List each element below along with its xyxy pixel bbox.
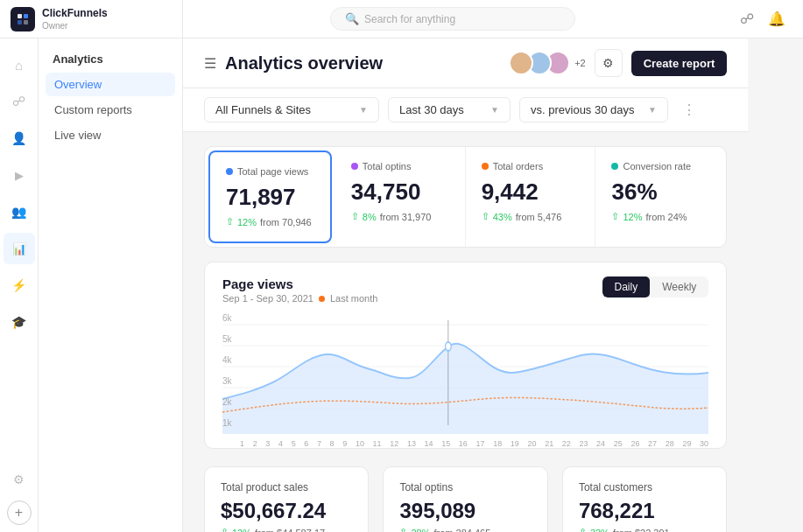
sidebar-item-overview[interactable]: Overview bbox=[46, 73, 175, 96]
x-label: 26 bbox=[630, 439, 639, 448]
search-icon: 🔍 bbox=[345, 12, 359, 25]
chart-area: 6k 5k 4k 3k 2k 1k 1 2 3 4 5 6 bbox=[222, 307, 708, 434]
stat-label: Total optins bbox=[351, 161, 449, 172]
sidebar-icon-add[interactable]: + bbox=[7, 500, 32, 525]
main-header: ☰ Analytics overview +2 ⚙ Create report bbox=[183, 38, 748, 88]
stat-label: Total page views bbox=[226, 166, 314, 177]
card-value: 768,221 bbox=[579, 499, 710, 523]
x-label: 5 bbox=[292, 439, 296, 448]
x-label: 9 bbox=[342, 439, 347, 448]
sidebar-icon-analytics[interactable]: 📊 bbox=[4, 233, 35, 264]
card-value: $50,667.24 bbox=[221, 499, 352, 523]
card-change: ⇧32% from $22,391 bbox=[579, 527, 710, 532]
sidebar-icon-pages[interactable]: ☍ bbox=[4, 86, 35, 117]
chart-section: Page views Sep 1 - Sep 30, 2021 Last mon… bbox=[204, 262, 727, 449]
card-title: Total customers bbox=[579, 481, 710, 494]
x-label: 3 bbox=[265, 439, 270, 448]
secondary-sidebar: Analytics Overview Custom reports Live v… bbox=[39, 38, 183, 532]
app-sub: Owner bbox=[42, 21, 108, 31]
sidebar-icon-automation[interactable]: ⚡ bbox=[4, 270, 35, 301]
stat-card-orders: Total orders 9,442 ⇧43% from 5,476 bbox=[466, 147, 596, 247]
sidebar-icon-funnels[interactable]: ▶ bbox=[4, 159, 35, 191]
sidebar-section-title: Analytics bbox=[46, 49, 175, 69]
card-title: Total optins bbox=[399, 481, 531, 494]
bottom-card-customers: Total customers 768,221 ⇧32% from $22,39… bbox=[562, 466, 727, 532]
x-label: 19 bbox=[511, 439, 519, 448]
x-label: 1 bbox=[240, 439, 244, 448]
stat-change: ⇧43% from 5,476 bbox=[482, 211, 580, 222]
x-label: 30 bbox=[700, 439, 708, 448]
stat-value: 34,750 bbox=[351, 178, 449, 206]
period-filter[interactable]: Last 30 days ▼ bbox=[388, 97, 511, 122]
search-box[interactable]: 🔍 Search for anything bbox=[330, 7, 575, 31]
page-content: Total page views 71,897 ⇧12% from 70,946… bbox=[183, 132, 748, 532]
more-options-icon[interactable]: ⋮ bbox=[677, 98, 701, 122]
chart-title: Page views bbox=[222, 276, 377, 291]
svg-rect-3 bbox=[24, 20, 28, 24]
svg-rect-1 bbox=[24, 14, 28, 18]
sidebar-icon-people[interactable]: 👥 bbox=[4, 196, 35, 228]
filters-bar: All Funnels & Sites ▼ Last 30 days ▼ vs.… bbox=[183, 88, 748, 132]
sidebar-item-live-view[interactable]: Live view bbox=[46, 123, 175, 147]
logo-icon bbox=[11, 7, 35, 32]
compare-filter[interactable]: vs. previous 30 days ▼ bbox=[519, 97, 668, 122]
x-label: 18 bbox=[493, 439, 502, 448]
sidebar-item-custom-reports[interactable]: Custom reports bbox=[46, 98, 175, 122]
sidebar-icon-home[interactable]: ⌂ bbox=[4, 49, 35, 80]
sidebar-icon-training[interactable]: 🎓 bbox=[4, 306, 35, 338]
svg-point-10 bbox=[446, 342, 452, 351]
x-label: 11 bbox=[373, 439, 382, 448]
avatar-1 bbox=[509, 51, 533, 75]
x-label: 8 bbox=[330, 439, 335, 448]
x-label: 22 bbox=[562, 439, 571, 448]
chart-toggle: Daily Weekly bbox=[602, 276, 709, 298]
message-icon[interactable]: ☍ bbox=[740, 10, 754, 27]
page-title: Analytics overview bbox=[225, 53, 383, 74]
stat-card-page-views: Total page views 71,897 ⇧12% from 70,946 bbox=[208, 150, 332, 243]
x-label: 6 bbox=[304, 439, 308, 448]
x-label: 12 bbox=[390, 439, 398, 448]
card-value: 395,089 bbox=[399, 499, 531, 523]
x-label: 4 bbox=[278, 439, 283, 448]
stat-label: Conversion rate bbox=[611, 161, 710, 172]
search-area: 🔍 Search for anything bbox=[183, 7, 722, 31]
weekly-toggle-button[interactable]: Weekly bbox=[650, 276, 708, 298]
daily-toggle-button[interactable]: Daily bbox=[602, 276, 651, 298]
chevron-down-icon-3: ▼ bbox=[648, 105, 657, 115]
stats-grid: Total page views 71,897 ⇧12% from 70,946… bbox=[204, 146, 727, 248]
create-report-button[interactable]: Create report bbox=[631, 51, 728, 76]
stat-change: ⇧12% from 70,946 bbox=[226, 216, 314, 228]
svg-rect-2 bbox=[18, 20, 22, 24]
chevron-down-icon: ▼ bbox=[359, 105, 368, 115]
hamburger-icon[interactable]: ☰ bbox=[204, 55, 216, 72]
x-label: 20 bbox=[527, 439, 536, 448]
chart-header: Page views Sep 1 - Sep 30, 2021 Last mon… bbox=[222, 276, 708, 304]
x-label: 15 bbox=[441, 439, 450, 448]
avatars-group: +2 bbox=[509, 51, 586, 75]
settings-button[interactable]: ⚙ bbox=[595, 49, 623, 77]
search-placeholder: Search for anything bbox=[364, 13, 455, 25]
bottom-cards-grid: Total product sales $50,667.24 ⇧12% from… bbox=[204, 466, 727, 532]
sidebar-icon-contacts[interactable]: 👤 bbox=[4, 122, 35, 154]
card-change: ⇧12% from $44,587.17 bbox=[221, 527, 352, 532]
main-content: ☰ Analytics overview +2 ⚙ Create report … bbox=[183, 38, 748, 532]
stat-card-optins: Total optins 34,750 ⇧8% from 31,970 bbox=[335, 147, 466, 247]
stat-value: 36% bbox=[611, 178, 710, 206]
x-label: 27 bbox=[648, 439, 657, 448]
x-label: 29 bbox=[682, 439, 691, 448]
stat-value: 9,442 bbox=[482, 178, 580, 206]
bell-icon[interactable]: 🔔 bbox=[768, 10, 785, 27]
bottom-card-optins: Total optins 395,089 ⇧28% from 284,465 bbox=[383, 466, 547, 532]
logo-area: ClickFunnels Owner bbox=[0, 0, 183, 38]
x-label: 21 bbox=[545, 439, 553, 448]
x-label: 17 bbox=[476, 439, 485, 448]
x-label: 16 bbox=[459, 439, 468, 448]
x-label: 13 bbox=[407, 439, 416, 448]
chart-svg bbox=[222, 307, 708, 434]
x-label: 2 bbox=[253, 439, 257, 448]
sidebar-icon-settings[interactable]: ⚙ bbox=[4, 464, 35, 495]
x-label: 10 bbox=[356, 439, 364, 448]
card-change: ⇧28% from 284,465 bbox=[399, 527, 531, 532]
funnels-filter[interactable]: All Funnels & Sites ▼ bbox=[204, 97, 379, 122]
x-label: 28 bbox=[666, 439, 674, 448]
